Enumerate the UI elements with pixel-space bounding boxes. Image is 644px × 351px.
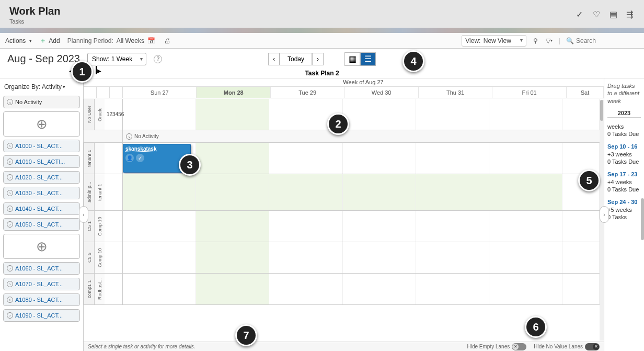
day-header[interactable]: Fri 01 bbox=[492, 87, 566, 98]
activity-chip[interactable]: ›A1050 - SL_ACT... bbox=[3, 218, 80, 231]
wand-icon[interactable]: ⚲ bbox=[532, 37, 540, 45]
decorative-strip bbox=[0, 28, 644, 33]
lane-inner-label: Comp 10 bbox=[94, 242, 105, 273]
day-header[interactable]: Mon 28 bbox=[197, 87, 270, 98]
drag-hint: Drag tasks to a different week bbox=[607, 82, 641, 105]
today-button[interactable]: Today bbox=[280, 53, 312, 65]
lane-row[interactable]: C5 5 Comp 10 bbox=[84, 242, 600, 274]
week-block[interactable]: Sep 17 - 23 +4 weeks 0 Tasks Due bbox=[607, 171, 641, 193]
right-scrollbar[interactable] bbox=[641, 198, 644, 240]
week-block[interactable]: weeks 0 Tasks Due bbox=[607, 123, 641, 138]
hide-novalue-toggle[interactable]: Hide No Value Lanes ✕ bbox=[534, 343, 600, 350]
search-field[interactable]: 🔍 bbox=[566, 37, 639, 45]
group-header-label: No Activity bbox=[134, 133, 159, 139]
actions-menu[interactable]: Actions▾ bbox=[5, 37, 32, 44]
filter-icon[interactable]: ▽▾ bbox=[545, 37, 554, 45]
share-icon[interactable]: ⇶ bbox=[626, 9, 635, 18]
activity-chip[interactable]: ›A1080 - SL_ACT... bbox=[3, 293, 80, 306]
hide-empty-toggle[interactable]: Hide Empty Lanes ✕ bbox=[467, 343, 527, 350]
show-dropdown[interactable]: Show: 1 Week bbox=[87, 53, 146, 65]
title-block: Work Plan Tasks bbox=[9, 5, 60, 25]
organize-by-dropdown[interactable]: Organize By: Activity▾ bbox=[3, 81, 80, 93]
collapse-left-handle[interactable]: ‹ bbox=[79, 206, 88, 223]
right-sidebar: Drag tasks to a different week 2023 week… bbox=[604, 78, 644, 351]
annotation-7: 7 bbox=[235, 324, 257, 346]
week-header: Week of Aug 27 bbox=[84, 78, 604, 87]
prev-button[interactable]: ‹ bbox=[268, 53, 280, 65]
day-header[interactable]: Sun 27 bbox=[123, 87, 197, 98]
search-input[interactable] bbox=[576, 37, 639, 44]
lane-row[interactable]: comp1 1 Rodbust... bbox=[84, 274, 600, 305]
page-subtitle: Tasks bbox=[9, 18, 60, 25]
lane-outer-label: No User bbox=[84, 99, 94, 130]
lane-inner-label: Rodbust... bbox=[94, 274, 105, 304]
view-dropdown[interactable]: View: New View bbox=[462, 35, 526, 47]
footer-hint: Select a single task or activity for mor… bbox=[88, 344, 196, 349]
day-header[interactable]: Thu 31 bbox=[419, 87, 492, 98]
annotation-4: 4 bbox=[402, 50, 424, 72]
activity-chip[interactable]: ›A1000 - SL_ACT... bbox=[3, 140, 80, 152]
page-icon[interactable]: ▤ bbox=[610, 9, 618, 18]
search-icon: 🔍 bbox=[566, 37, 574, 45]
footer: Select a single task or activity for mor… bbox=[84, 342, 604, 351]
planning-period[interactable]: Planning Period: All Weeks 📅 bbox=[67, 37, 156, 45]
app-header: Work Plan Tasks ✓ ♡ ▤ ⇶ bbox=[0, 0, 644, 28]
week-block[interactable]: Sep 10 - 16 +3 weeks 0 Tasks Due bbox=[607, 143, 641, 165]
no-activity-chip[interactable]: ⌄No Activity bbox=[3, 96, 80, 108]
annotation-1: 1 bbox=[71, 61, 93, 83]
next-button[interactable]: › bbox=[312, 53, 324, 65]
lane-outer-label: comp1 1 bbox=[84, 274, 94, 304]
activity-chip[interactable]: ›A1060 - SL_ACT... bbox=[3, 262, 80, 275]
activity-chip[interactable]: ›A1090 - SL_ACT... bbox=[3, 309, 80, 322]
week-block[interactable]: Sep 24 - 30 +5 weeks 0 Tasks bbox=[607, 198, 641, 221]
activity-chip[interactable]: ›A1020 - SL_ACT... bbox=[3, 171, 80, 184]
view-switch: ▦ ☰ bbox=[344, 52, 376, 66]
annotation-6: 6 bbox=[525, 316, 547, 338]
add-button[interactable]: ＋Add bbox=[39, 36, 60, 46]
lane-outer-label: admin p... bbox=[84, 174, 94, 210]
print-icon[interactable]: 🖨 bbox=[163, 37, 171, 45]
heart-icon[interactable]: ♡ bbox=[593, 9, 601, 18]
grid-view-button[interactable]: ▦ bbox=[344, 52, 360, 66]
add-activity-top[interactable]: ⊕ bbox=[3, 111, 80, 137]
lane-outer-label: C5 5 bbox=[84, 242, 94, 273]
lane-outer-label: tenant 1 bbox=[84, 143, 94, 174]
header-icons: ✓ ♡ ▤ ⇶ bbox=[576, 5, 635, 18]
lane-inner-label: Oracle bbox=[94, 99, 105, 130]
lane-inner-label: tenant 1 bbox=[94, 174, 105, 210]
gantt-view-button[interactable]: ☰ bbox=[360, 52, 376, 66]
lane-task-id: 123456 bbox=[105, 99, 123, 130]
day-header-row: Sun 27 Mon 28 Tue 29 Wed 30 Thu 31 Fri 0… bbox=[84, 87, 604, 98]
activity-chip[interactable]: ›A1010 - SL_ACTI... bbox=[3, 155, 80, 168]
calendar-icon[interactable]: 📅 bbox=[147, 37, 156, 45]
task-card-name: skanskatask bbox=[125, 146, 188, 152]
lane-row[interactable]: C5 1 Comp 10 bbox=[84, 211, 600, 242]
year-label: 2023 bbox=[607, 110, 641, 118]
add-activity-mid[interactable]: ⊕ bbox=[3, 234, 80, 259]
toolbar: Actions▾ ＋Add Planning Period: All Weeks… bbox=[0, 33, 644, 49]
planning-label: Planning Period: bbox=[67, 37, 113, 44]
lane-row[interactable]: tenant 1 skanskatask 👤 ✓ bbox=[84, 143, 600, 174]
lane-inner-label bbox=[94, 143, 105, 174]
view-label: View: bbox=[465, 37, 480, 44]
annotation-5: 5 bbox=[578, 169, 600, 191]
activity-chip[interactable]: ›A1040 - SL_ACT... bbox=[3, 202, 80, 215]
day-header[interactable]: Tue 29 bbox=[271, 87, 344, 98]
view-value: New View bbox=[484, 37, 511, 44]
lane-spacer bbox=[105, 143, 123, 174]
check-icon[interactable]: ✓ bbox=[576, 9, 584, 18]
help-icon[interactable]: ? bbox=[154, 55, 162, 63]
annotation-2: 2 bbox=[327, 113, 349, 135]
activity-chip[interactable]: ›A1030 - SL_ACT... bbox=[3, 187, 80, 199]
activity-chip[interactable]: ›A1070 - SL_ACT... bbox=[3, 278, 80, 290]
task-user-icon: 👤 bbox=[125, 154, 134, 162]
day-header[interactable]: Sat bbox=[567, 87, 604, 98]
period-title: Aug - Sep 2023 bbox=[7, 53, 80, 65]
collapse-right-handle[interactable]: › bbox=[600, 206, 609, 223]
body: Task Plan 2 Organize By: Activity▾ ⌄No A… bbox=[0, 69, 644, 351]
date-nav: ‹ Today › ▦ ☰ bbox=[268, 52, 376, 66]
day-header[interactable]: Wed 30 bbox=[344, 87, 418, 98]
lane-row[interactable]: admin p... tenant 1 bbox=[84, 174, 600, 211]
task-check-icon: ✓ bbox=[136, 154, 144, 162]
annotation-3: 3 bbox=[179, 154, 201, 176]
